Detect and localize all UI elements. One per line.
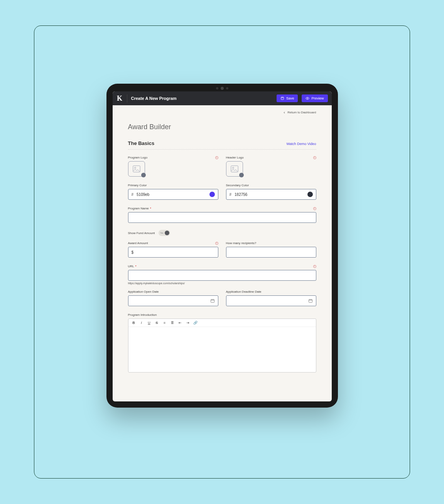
- primary-color-label: Primary Color: [128, 184, 218, 187]
- primary-color-value: 5109eb: [137, 192, 206, 197]
- page-title: Award Builder: [128, 123, 316, 131]
- program-logo-upload[interactable]: [128, 161, 145, 177]
- help-icon[interactable]: ?: [313, 207, 316, 210]
- program-name-input[interactable]: [128, 212, 316, 223]
- help-icon[interactable]: ?: [215, 242, 218, 245]
- url-hint: https://apply.mykaleidoscope.com/scholar…: [128, 282, 316, 285]
- recipients-input[interactable]: [226, 247, 316, 258]
- page-header-title: Create A New Program: [131, 96, 177, 101]
- deadline-date-input[interactable]: [226, 295, 316, 306]
- program-name-label: Program Name * ?: [128, 207, 316, 210]
- editor-strike-button[interactable]: S: [155, 321, 159, 325]
- award-amount-input[interactable]: $: [128, 247, 218, 258]
- page-background: K Create A New Program Save Preview Retu…: [34, 25, 410, 479]
- editor-underline-button[interactable]: U: [147, 321, 152, 325]
- help-icon[interactable]: ?: [313, 156, 316, 159]
- svg-rect-7: [309, 300, 312, 303]
- program-logo-label: Program Logo ?: [128, 156, 218, 159]
- content-area: Return to Dashboard Award Builder The Ba…: [113, 105, 332, 401]
- secondary-color-swatch[interactable]: [307, 192, 313, 197]
- secondary-color-value: 182756: [235, 192, 304, 197]
- help-icon[interactable]: ?: [313, 265, 316, 268]
- return-link-label: Return to Dashboard: [287, 111, 316, 114]
- show-fund-amount-label: Show Fund Amount: [128, 231, 155, 235]
- primary-color-input[interactable]: # 5109eb: [128, 189, 218, 200]
- editor-number-list-button[interactable]: ≣: [170, 321, 175, 325]
- deadline-date-label: Application Deadline Date: [226, 290, 316, 293]
- toggle-text: Yes: [160, 232, 163, 234]
- primary-color-swatch[interactable]: [209, 192, 215, 197]
- recipients-label: How many recipients?: [226, 241, 316, 245]
- editor-bullet-list-button[interactable]: ≡: [162, 321, 167, 325]
- url-label: URL * ?: [128, 265, 316, 268]
- editor-toolbar: B I U S ≡ ≣ ⇤ ⇥ 🔗: [128, 319, 316, 327]
- svg-point-3: [134, 167, 136, 169]
- save-button-label: Save: [286, 96, 294, 100]
- open-date-label: Application Open Date: [128, 290, 218, 293]
- open-date-input[interactable]: [128, 295, 218, 306]
- tablet-frame: K Create A New Program Save Preview Retu…: [106, 84, 338, 408]
- svg-rect-6: [211, 300, 214, 303]
- editor-link-button[interactable]: 🔗: [193, 321, 198, 325]
- editor-bold-button[interactable]: B: [132, 321, 136, 325]
- award-amount-label: Award Amount ?: [128, 241, 218, 245]
- image-placeholder-icon: [230, 165, 240, 173]
- editor-indent-button[interactable]: ⇥: [186, 321, 190, 325]
- svg-rect-0: [281, 97, 284, 100]
- eye-icon: [306, 96, 309, 100]
- app-screen: K Create A New Program Save Preview Retu…: [113, 91, 332, 401]
- header-logo-upload[interactable]: [226, 161, 243, 177]
- camera-dot: [226, 87, 228, 89]
- camera-dot: [216, 87, 218, 89]
- calendar-icon: [210, 298, 215, 303]
- chevron-left-icon: [283, 111, 286, 114]
- camera-lens: [221, 87, 224, 90]
- brand-logo[interactable]: K: [116, 94, 127, 103]
- hash-prefix: #: [230, 192, 232, 197]
- section-title: The Basics: [128, 140, 155, 146]
- svg-point-1: [307, 98, 308, 99]
- save-icon: [280, 96, 284, 100]
- editor-outdent-button[interactable]: ⇤: [178, 321, 182, 325]
- top-bar: K Create A New Program Save Preview: [113, 91, 332, 105]
- show-fund-amount-toggle[interactable]: Yes: [159, 230, 170, 236]
- header-logo-label: Header Logo ?: [226, 156, 316, 159]
- watch-demo-link[interactable]: Watch Demo Video: [286, 142, 316, 146]
- svg-point-5: [232, 167, 234, 169]
- save-button[interactable]: Save: [277, 94, 298, 102]
- toggle-knob: [165, 231, 169, 235]
- tablet-camera-bar: [216, 87, 228, 90]
- section-header: The Basics Watch Demo Video: [128, 140, 316, 150]
- secondary-color-label: Secondary Color: [226, 184, 316, 187]
- program-intro-editor[interactable]: B I U S ≡ ≣ ⇤ ⇥ 🔗: [128, 319, 316, 373]
- preview-button-label: Preview: [311, 96, 324, 100]
- help-icon[interactable]: ?: [215, 156, 218, 159]
- url-input[interactable]: [128, 270, 316, 281]
- hash-prefix: #: [132, 192, 134, 197]
- editor-italic-button[interactable]: I: [139, 321, 144, 325]
- preview-button[interactable]: Preview: [302, 94, 328, 102]
- program-intro-label: Program Introduction: [128, 313, 316, 317]
- return-to-dashboard-link[interactable]: Return to Dashboard: [283, 111, 316, 114]
- currency-prefix: $: [132, 250, 134, 255]
- image-placeholder-icon: [132, 165, 142, 173]
- calendar-icon: [308, 298, 313, 303]
- secondary-color-input[interactable]: # 182756: [226, 189, 316, 200]
